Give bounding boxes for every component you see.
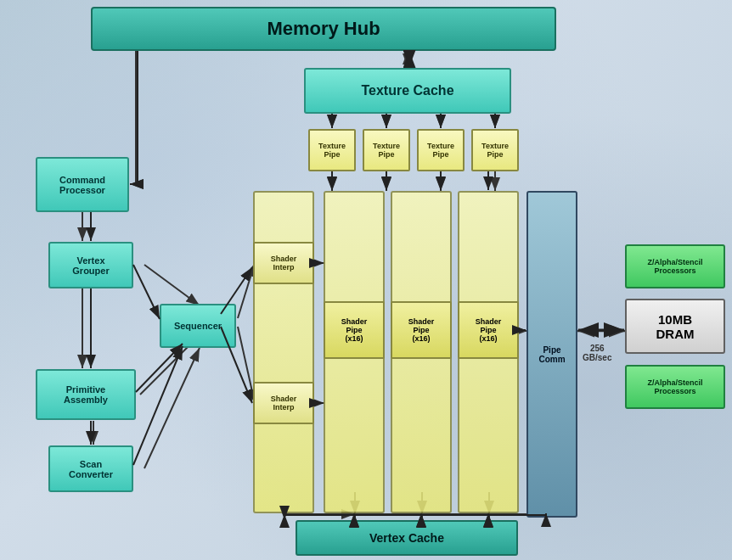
command-processor-box: Command Processor	[36, 157, 129, 212]
texture-pipe-3-box: TexturePipe	[417, 129, 465, 171]
bandwidth-text: 256GB/sec	[583, 344, 611, 362]
dram-label: 10MBDRAM	[656, 312, 695, 341]
svg-line-12	[238, 263, 255, 318]
shader-interp-bottom-label: ShaderInterp	[271, 395, 297, 412]
memory-hub-label: Memory Hub	[267, 18, 380, 40]
texture-pipe-2-box: TexturePipe	[363, 129, 410, 171]
scan-converter-box: ScanConverter	[48, 445, 133, 492]
pipe-comm-label: PipeComm	[538, 345, 565, 364]
shader-pipe-2-box: ShaderPipe(x16)	[391, 301, 452, 359]
texture-cache-label: Texture Cache	[361, 83, 453, 98]
vertex-cache-label: Vertex Cache	[369, 531, 444, 545]
shader-pipe-1-label: ShaderPipe(x16)	[341, 317, 368, 343]
z-alpha-bottom-label: Z/Alpha/StencilProcessors	[647, 378, 702, 395]
svg-line-46	[136, 344, 183, 392]
primitive-assembly-label: Primitive Assembly	[64, 384, 108, 405]
shader-interp-top-box: ShaderInterp	[253, 242, 314, 284]
vertex-cache-box: Vertex Cache	[296, 520, 518, 556]
svg-line-8	[144, 265, 200, 305]
texture-pipe-3-label: TexturePipe	[427, 142, 454, 159]
svg-line-45	[133, 265, 160, 319]
dram-box: 10MBDRAM	[625, 299, 725, 354]
shader-interp-bottom-box: ShaderInterp	[253, 382, 314, 424]
svg-line-11	[144, 348, 200, 468]
texture-pipe-2-label: TexturePipe	[373, 142, 400, 159]
texture-pipe-1-box: TexturePipe	[308, 129, 356, 171]
scan-converter-label: ScanConverter	[69, 459, 113, 479]
shader-pipe-3-box: ShaderPipe(x16)	[458, 301, 519, 359]
shader-interp-top-label: ShaderInterp	[271, 255, 297, 272]
command-processor-label: Command Processor	[59, 175, 105, 195]
svg-line-47	[133, 346, 183, 465]
pipe-comm-box: PipeComm	[526, 191, 577, 518]
svg-line-13	[238, 327, 255, 403]
texture-pipe-4-label: TexturePipe	[481, 142, 509, 159]
yellow-column-1	[253, 191, 314, 513]
shader-pipe-3-label: ShaderPipe(x16)	[476, 317, 502, 343]
vertex-grouper-box: VertexGrouper	[48, 242, 133, 288]
shader-pipe-2-label: ShaderPipe(x16)	[408, 317, 435, 343]
sequencer-label: Sequencer	[174, 321, 222, 331]
texture-cache-box: Texture Cache	[304, 68, 511, 114]
vertex-grouper-label: VertexGrouper	[72, 255, 109, 276]
bandwidth-label: 256GB/sec	[583, 344, 611, 362]
z-alpha-top-box: Z/Alpha/StencilProcessors	[625, 244, 725, 288]
primitive-assembly-box: Primitive Assembly	[36, 369, 136, 420]
sequencer-box: Sequencer	[160, 304, 236, 348]
z-alpha-bottom-box: Z/Alpha/StencilProcessors	[625, 365, 725, 409]
memory-hub-box: Memory Hub	[91, 7, 556, 51]
texture-pipe-1-label: TexturePipe	[318, 142, 346, 159]
z-alpha-top-label: Z/Alpha/StencilProcessors	[647, 258, 702, 275]
shader-pipe-1-box: ShaderPipe(x16)	[324, 301, 385, 359]
texture-pipe-4-box: TexturePipe	[471, 129, 519, 171]
